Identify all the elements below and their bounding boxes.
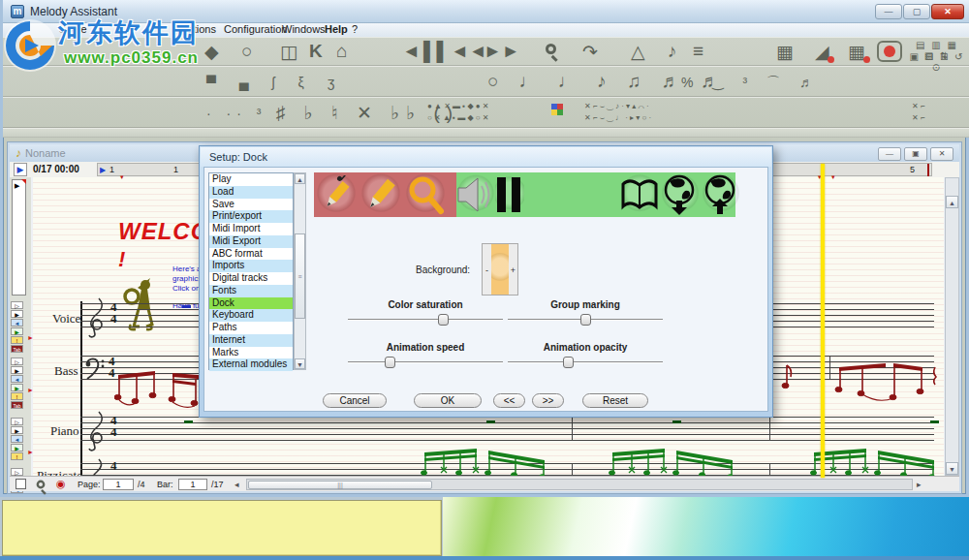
rewind-icon[interactable]: ◄◄: [451, 41, 487, 62]
menu-configuration[interactable]: Configuration: [224, 23, 287, 35]
menu-score[interactable]: Score: [59, 23, 87, 35]
page-mode-icon[interactable]: [16, 479, 26, 489]
list-item-internet[interactable]: Internet: [209, 334, 293, 347]
list-item-paths[interactable]: Paths: [209, 322, 293, 334]
staff-piano[interactable]: [80, 417, 934, 441]
alert-icon[interactable]: !: [11, 452, 23, 460]
loop-marker-1[interactable]: ▾: [120, 173, 124, 181]
track-label-pizzicato[interactable]: Pizzicato: [37, 468, 83, 476]
slider-thumb[interactable]: [385, 357, 395, 368]
list-item-digital-tracks[interactable]: Digital tracks: [209, 272, 293, 285]
speaker-icon[interactable]: ◄: [402, 41, 421, 62]
maximize-button[interactable]: ▢: [903, 4, 930, 19]
play-button[interactable]: ▶: [14, 163, 27, 176]
background-color-swatch[interactable]: - +: [482, 243, 518, 296]
list-item-keyboard[interactable]: Keyboard: [209, 309, 293, 322]
playback-cursor[interactable]: [821, 164, 825, 478]
play-track-icon[interactable]: ▶: [11, 384, 23, 391]
doc-maximize-button[interactable]: ▣: [904, 147, 927, 161]
slider-thumb[interactable]: [438, 314, 449, 326]
close-button[interactable]: ✕: [931, 4, 964, 19]
edit-pencil-note-icon[interactable]: [314, 172, 359, 217]
slider-thumb[interactable]: [580, 314, 591, 326]
swatch-plus-button[interactable]: +: [509, 244, 517, 295]
book-manual-icon[interactable]: [619, 172, 660, 217]
tab-view-icon[interactable]: Tab: [11, 401, 23, 409]
rail-play-icon[interactable]: ▶: [15, 182, 19, 190]
doc-minimize-button[interactable]: —: [878, 147, 901, 161]
zoom-icon[interactable]: [37, 481, 49, 493]
list-scroll-down[interactable]: ▼: [295, 358, 305, 369]
mute-icon[interactable]: ▷: [11, 301, 23, 309]
color-saturation-slider[interactable]: [348, 315, 503, 325]
mixer-icon[interactable]: ≡: [693, 41, 703, 62]
kerning-icon[interactable]: K: [309, 41, 323, 62]
track-controls-voice[interactable]: ▷ ▶ ◄ ▶ ! Tab ►: [11, 301, 30, 354]
horizontal-scrollbar[interactable]: |||: [246, 479, 913, 490]
edit-pencil-icon[interactable]: [359, 172, 403, 217]
doc-close-button[interactable]: ✕: [930, 147, 953, 161]
fastforward-icon[interactable]: ►►: [484, 41, 520, 62]
ending-marker-b[interactable]: ✕ ⌐: [912, 113, 925, 122]
metronome-icon[interactable]: △: [631, 41, 645, 63]
record-mode-icon[interactable]: ◉: [56, 478, 66, 490]
list-item-dock-selected[interactable]: Dock: [209, 297, 293, 310]
menu-question[interactable]: ?: [352, 23, 358, 35]
solo-icon[interactable]: ▶: [11, 310, 23, 318]
vertical-scrollbar[interactable]: ▲ ▼: [945, 177, 959, 476]
track-controls-piano[interactable]: ▷ ▶ ◄ ▶ ! ►: [11, 418, 30, 461]
speaker-icon[interactable]: ◄: [11, 375, 23, 383]
pause-playback-icon[interactable]: [495, 172, 524, 217]
rail-scroll-column[interactable]: ▶: [12, 179, 26, 296]
menu-windows[interactable]: Windows: [282, 23, 326, 35]
solo-icon[interactable]: ▶: [11, 426, 23, 434]
swatch-color[interactable]: [491, 244, 509, 295]
list-scroll-up[interactable]: ▲: [295, 173, 305, 184]
loop-marker-3[interactable]: ▾: [831, 173, 835, 181]
repeat-tie-icons[interactable]: % ‿ ³ ⌒ ♬: [681, 75, 821, 92]
record-button-icon[interactable]: [877, 41, 902, 62]
track-controls-bass[interactable]: ▷ ▶ ◄ ▶ ! Tab ►: [11, 358, 30, 410]
keyboard-power-icon[interactable]: ▦: [776, 41, 794, 63]
scroll-up-arrow[interactable]: ▲: [946, 196, 958, 208]
track-label-voice[interactable]: Voice: [52, 311, 80, 327]
ornament-grid-b[interactable]: ✕ ⌐ ⌣ ‿ ♩ · ▸ ▾ ○ ·: [584, 113, 651, 123]
mute-icon[interactable]: ▷: [11, 418, 23, 425]
list-scroll-thumb[interactable]: ≡: [295, 233, 305, 319]
bar-number-field[interactable]: 1: [178, 479, 207, 490]
slider-thumb[interactable]: [563, 357, 574, 368]
speaker-icon[interactable]: ◄: [11, 319, 23, 327]
play-track-icon[interactable]: ▶: [11, 444, 23, 451]
list-item-fonts[interactable]: Fonts: [209, 285, 293, 297]
lock-icon[interactable]: ⌂: [336, 41, 347, 62]
list-item-play[interactable]: Play: [209, 173, 293, 186]
color-palette-icon[interactable]: [551, 104, 563, 115]
scroll-down-arrow[interactable]: ▼: [946, 462, 958, 475]
list-item-save[interactable]: Save: [209, 199, 293, 211]
microphone-record-icon[interactable]: ◢: [815, 41, 829, 63]
list-item-marks[interactable]: Marks: [209, 347, 293, 359]
alert-icon[interactable]: !: [11, 392, 23, 400]
ornament-grid-a[interactable]: ✕ ⌐ ⌣ ‿ ♪ · ▾ ▴ ⌒ ·: [584, 102, 649, 111]
dot-icons[interactable]: · ·· ³: [206, 106, 266, 121]
track-label-bass[interactable]: Bass: [54, 363, 78, 379]
microphone-note-icon[interactable]: ♪: [668, 41, 677, 62]
diamond-icon[interactable]: ◆: [204, 41, 219, 63]
menu-help[interactable]: Help: [325, 23, 348, 35]
search-icon[interactable]: [546, 44, 561, 59]
menu-options[interactable]: Options: [179, 23, 216, 35]
circle-icon[interactable]: ○: [241, 41, 252, 62]
group-marking-slider[interactable]: [508, 315, 663, 325]
title-bar[interactable]: m Melody Assistant — ▢ ✕: [3, 0, 969, 23]
speaker-icon[interactable]: ◄: [11, 435, 23, 443]
globe-upload-icon[interactable]: [701, 172, 741, 217]
animation-opacity-slider[interactable]: [508, 358, 663, 367]
reset-button[interactable]: Reset: [582, 393, 648, 408]
mute-icon[interactable]: ▷: [11, 358, 23, 365]
list-item-abc-format[interactable]: ABC format: [209, 248, 293, 261]
settings-category-list[interactable]: Play Load Save Print/export Midi Import …: [208, 172, 294, 370]
speaker-volume-icon[interactable]: [456, 172, 495, 217]
track-label-piano[interactable]: Piano: [50, 423, 79, 439]
animation-speed-slider[interactable]: [348, 358, 503, 367]
list-item-load[interactable]: Load: [209, 186, 293, 199]
